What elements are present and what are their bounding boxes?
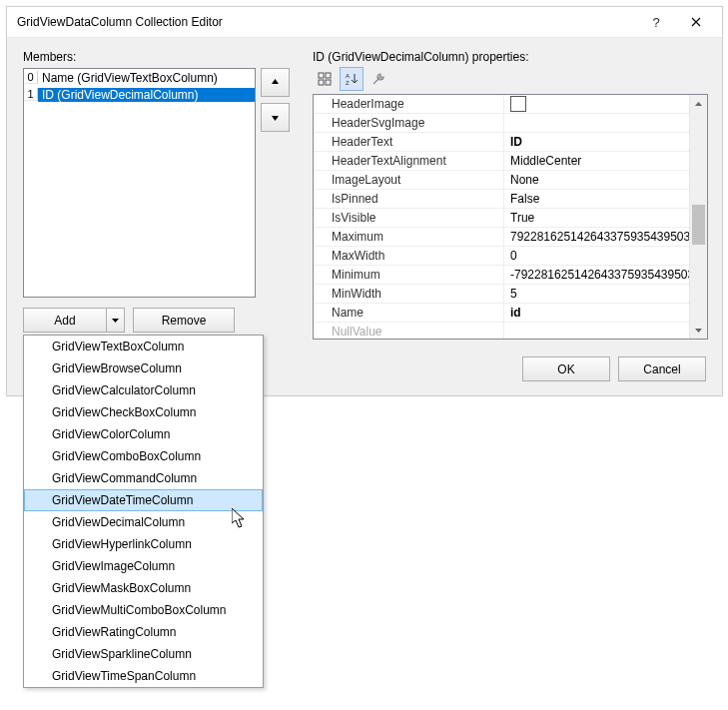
categorized-button[interactable] [313,67,337,91]
property-row[interactable]: HeaderTextID [314,133,690,152]
property-name: NullValue [314,323,504,339]
add-remove-row: Add Remove [23,308,235,333]
property-value[interactable] [504,95,690,113]
column-type-menu-item[interactable]: GridViewBrowseColumn [24,357,263,379]
cancel-button[interactable]: Cancel [618,356,706,381]
property-grid[interactable]: HeaderImageHeaderSvgImageHeaderTextIDHea… [313,94,708,340]
members-listbox[interactable]: 0Name (GridViewTextBoxColumn)1ID (GridVi… [23,68,256,298]
property-value[interactable]: None [504,171,690,189]
scroll-down-button[interactable] [690,322,707,339]
chevron-down-icon [112,319,119,323]
property-value[interactable]: id [504,304,690,322]
column-type-menu-item[interactable]: GridViewComboBoxColumn [24,445,263,467]
column-type-menu-item[interactable]: GridViewRatingColumn [24,621,263,643]
column-type-menu-item[interactable]: GridViewSparklineColumn [24,643,263,665]
column-type-menu-item[interactable]: GridViewImageColumn [24,555,263,577]
column-type-menu-item[interactable]: GridViewDateTimeColumn [24,489,263,511]
property-row[interactable]: HeaderImage [314,95,690,114]
property-value[interactable]: 79228162514264337593543950335 [504,228,690,246]
property-name: ImageLayout [314,171,504,189]
members-list-item[interactable]: 0Name (GridViewTextBoxColumn) [24,69,255,86]
ok-button[interactable]: OK [522,356,610,381]
add-dropdown-toggle[interactable] [107,319,124,323]
property-value[interactable] [504,114,690,132]
property-value[interactable]: -79228162514264337593543950335 [504,266,690,284]
remove-button[interactable]: Remove [133,308,235,333]
property-name: IsPinned [314,190,504,208]
column-type-menu-item[interactable]: GridViewCheckBoxColumn [24,401,263,423]
property-name: Name [314,304,504,322]
column-type-menu-item[interactable]: GridViewCalculatorColumn [24,379,263,401]
remove-button-label: Remove [162,314,207,328]
member-name: ID (GridViewDecimalColumn) [38,88,255,102]
chevron-down-icon [695,329,702,333]
close-icon [691,17,701,27]
scroll-thumb[interactable] [692,205,705,245]
property-value[interactable]: ID [504,133,690,151]
categorized-icon [318,72,332,86]
help-button[interactable]: ? [636,7,676,37]
column-type-menu-item[interactable]: GridViewDecimalColumn [24,511,263,533]
add-button-label: Add [24,314,106,328]
wrench-icon [371,72,385,86]
property-row[interactable]: IsPinnedFalse [314,190,690,209]
dialog-buttons: OK Cancel [522,356,706,381]
column-type-menu-item[interactable]: GridViewTextBoxColumn [24,336,263,357]
property-name: Minimum [314,266,504,284]
column-type-menu-item[interactable]: GridViewTimeSpanColumn [24,665,263,687]
window-title: GridViewDataColumn Collection Editor [17,15,636,29]
property-value[interactable]: False [504,190,690,208]
column-type-menu-item[interactable]: GridViewHyperlinkColumn [24,533,263,555]
property-row[interactable]: MinWidth5 [314,285,690,304]
members-label: Members: [23,50,76,64]
cancel-button-label: Cancel [643,362,680,376]
property-row[interactable]: HeaderTextAlignmentMiddleCenter [314,152,690,171]
property-value[interactable]: MiddleCenter [504,152,690,170]
svg-text:A: A [346,73,350,79]
column-type-menu-item[interactable]: GridViewCommandColumn [24,467,263,489]
property-value[interactable] [504,323,690,339]
column-type-menu-item[interactable]: GridViewColorColumn [24,423,263,445]
svg-text:Z: Z [346,80,350,86]
property-name: HeaderImage [314,95,504,113]
property-row[interactable]: Minimum-79228162514264337593543950335 [314,266,690,285]
column-type-menu-item[interactable]: GridViewMultiComboBoxColumn [24,599,263,621]
property-name: MinWidth [314,285,504,303]
member-name: Name (GridViewTextBoxColumn) [38,71,255,85]
add-column-type-menu[interactable]: GridViewTextBoxColumnGridViewBrowseColum… [23,335,264,688]
arrow-down-icon [271,113,280,122]
question-icon: ? [652,15,659,30]
alphabetical-button[interactable]: AZ [340,67,364,91]
titlebar: GridViewDataColumn Collection Editor ? [7,7,722,38]
property-row[interactable]: Nameid [314,304,690,323]
column-type-menu-item[interactable]: GridViewMaskBoxColumn [24,577,263,599]
property-row[interactable]: NullValue [314,323,690,339]
property-row[interactable]: HeaderSvgImage [314,114,690,133]
move-down-button[interactable] [261,103,290,132]
property-row[interactable]: MaxWidth0 [314,247,690,266]
property-value[interactable]: 0 [504,247,690,265]
members-list-item[interactable]: 1ID (GridViewDecimalColumn) [24,86,255,103]
property-grid-toolbar: AZ [313,68,390,90]
property-grid-scrollbar[interactable] [689,95,707,339]
reorder-buttons [261,68,288,138]
property-value[interactable]: True [504,209,690,227]
property-name: MaxWidth [314,247,504,265]
property-row[interactable]: ImageLayoutNone [314,171,690,190]
member-index: 0 [24,71,38,84]
move-up-button[interactable] [261,68,290,97]
property-name: HeaderText [314,133,504,151]
property-value[interactable]: 5 [504,285,690,303]
property-grid-rows: HeaderImageHeaderSvgImageHeaderTextIDHea… [314,95,690,339]
property-name: HeaderTextAlignment [314,152,504,170]
close-button[interactable] [676,7,716,37]
property-row[interactable]: IsVisibleTrue [314,209,690,228]
property-name: Maximum [314,228,504,246]
add-split-button[interactable]: Add [23,308,125,333]
ok-button-label: OK [557,362,574,376]
scroll-up-button[interactable] [690,95,707,112]
property-row[interactable]: Maximum79228162514264337593543950335 [314,228,690,247]
svg-rect-2 [319,80,324,85]
member-index: 1 [24,88,38,101]
property-pages-button[interactable] [366,67,390,91]
